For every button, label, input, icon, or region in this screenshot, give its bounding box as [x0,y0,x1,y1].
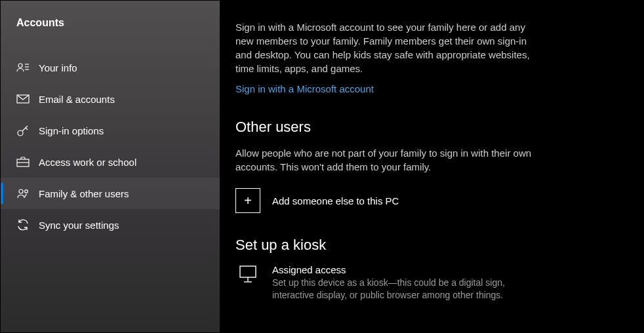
sidebar-item-label: Sync your settings [39,220,119,231]
sidebar-item-label: Family & other users [39,188,129,199]
sidebar-item-label: Your info [39,62,77,73]
other-users-text: Allow people who are not part of your fa… [235,146,537,174]
sidebar-title: Accounts [1,17,220,29]
assigned-access-desc: Set up this device as a kiosk—this could… [272,277,548,302]
add-someone-button[interactable]: + Add someone else to this PC [235,188,624,213]
briefcase-icon [16,155,30,168]
svg-rect-10 [240,266,256,277]
main-panel: Sign in with a Microsoft account to see … [220,1,643,332]
sidebar-item-label: Sign-in options [39,125,104,136]
svg-point-8 [19,189,23,193]
kiosk-monitor-icon [235,264,260,289]
sidebar-item-label: Access work or school [39,157,136,168]
key-icon [16,124,30,137]
svg-point-5 [18,130,23,136]
signin-microsoft-link[interactable]: Sign in with a Microsoft account [235,83,374,94]
sidebar: Accounts Your info Email & acc [1,1,220,332]
sidebar-item-label: Email & accounts [39,94,115,105]
person-card-icon [16,61,30,74]
plus-icon: + [235,188,260,213]
kiosk-heading: Set up a kiosk [235,237,624,254]
people-icon [16,187,30,200]
sidebar-item-email-accounts[interactable]: Email & accounts [1,83,220,115]
sidebar-item-signin-options[interactable]: Sign-in options [1,115,220,146]
sync-icon [16,218,30,231]
family-intro-text: Sign in with a Microsoft account to see … [235,20,537,75]
svg-point-9 [25,190,28,193]
svg-point-0 [18,64,22,68]
sidebar-item-sync-settings[interactable]: Sync your settings [1,209,220,241]
add-someone-label: Add someone else to this PC [272,195,399,206]
sidebar-item-family-other-users[interactable]: Family & other users [1,178,220,209]
sidebar-item-access-work-school[interactable]: Access work or school [1,146,220,178]
sidebar-item-your-info[interactable]: Your info [1,52,220,83]
assigned-access-title: Assigned access [272,264,548,275]
other-users-heading: Other users [235,119,624,136]
assigned-access-button[interactable]: Assigned access Set up this device as a … [235,264,624,302]
mail-icon [16,92,30,106]
